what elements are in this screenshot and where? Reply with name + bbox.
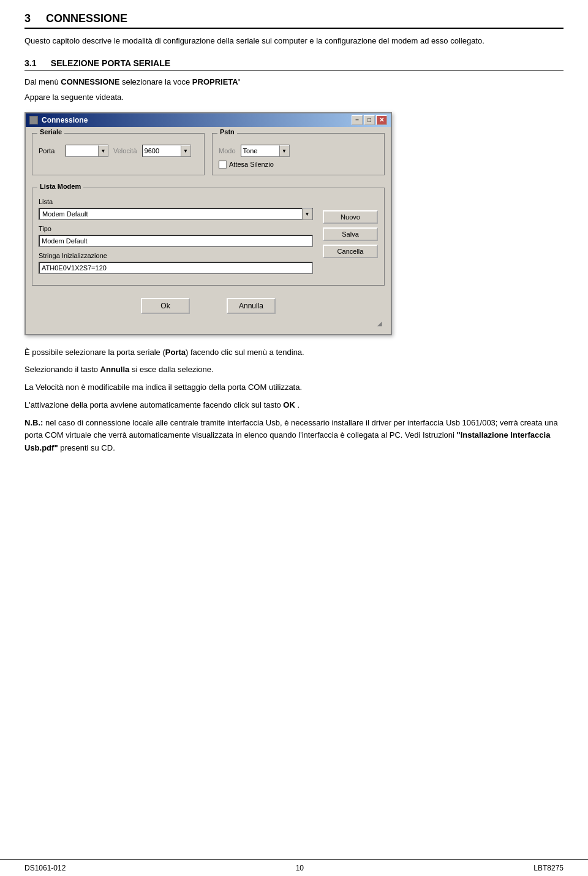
resize-handle: ◢ [32,319,385,328]
para-2-pre: Selezionando il tasto [24,365,100,374]
porta-label: Porta [39,147,61,154]
para-2: Selezionando il tasto Annulla si esce da… [24,364,564,376]
para-5-label: N.B.: [24,418,43,427]
pstn-legend: Pstn [217,128,237,135]
seriale-group: Seriale Porta ▼ Velocità 9600 ▼ [32,133,205,175]
section-subtext: Appare la seguente videata. [24,91,564,104]
modo-arrow[interactable]: ▼ [279,145,289,156]
para-1: È possibile selezionare la porta seriale… [24,346,564,359]
para-1-post: ) facendo clic sul menù a tendina. [186,348,304,357]
para-4-bold: OK [283,400,295,409]
bottom-buttons: Ok Annulla [32,292,385,319]
pstn-group: Pstn Modo Tone ▼ Attesa Silenzio [212,133,385,175]
lista-modem-inner: Lista Modem Default ▼ Tipo Modem Default… [39,193,378,279]
footer-right: LBT8275 [533,864,564,872]
stringa-input: ATH0E0V1X2S7=120 [39,262,313,274]
para-1-pre: È possibile selezionare la porta seriale… [24,348,165,357]
porta-row: Porta ▼ Velocità 9600 ▼ [39,145,198,157]
cancella-button[interactable]: Cancella [323,245,378,258]
para-5-end: presenti su CD. [58,443,115,452]
lista-modem-group: Lista Modem Lista Modem Default ▼ Tipo [32,188,385,286]
tipo-value: Modem Default [42,237,88,245]
tipo-input: Modem Default [39,235,313,247]
nuovo-button[interactable]: Nuovo [323,210,378,224]
salva-button[interactable]: Salva [323,227,378,241]
dialog-title-text: Connessione [42,116,88,124]
chapter-number: 3 [24,12,31,25]
right-modem: Nuovo Salva Cancella [323,198,378,279]
dialog-titlebar: Connessione – □ ✕ [26,113,391,127]
modo-combo[interactable]: Tone ▼ [241,145,290,157]
lista-arrow[interactable]: ▼ [302,208,312,219]
minimize-button[interactable]: – [352,115,363,125]
ok-button[interactable]: Ok [141,298,190,314]
tipo-label: Tipo [39,225,313,232]
modo-label: Modo [219,147,236,154]
section-title: SELEZIONE PORTA SERIALE [51,58,170,68]
para-4-post: . [295,400,300,409]
porta-combo[interactable]: ▼ [66,145,108,157]
para-5: N.B.: nel caso di connessione locale all… [24,417,564,455]
lista-label: Lista [39,198,313,205]
chapter-intro: Questo capitolo descrive le modalità di … [24,35,564,47]
restore-button[interactable]: □ [364,115,375,125]
para-4-pre: L'attivazione della porta avviene automa… [24,400,283,409]
chapter-heading: 3 CONNESSIONE [24,12,564,29]
section-intro-bold1: CONNESSIONE [61,77,119,86]
dialog-title-left: Connessione [29,116,88,124]
section-intro-bold2: PROPRIETA' [192,77,240,86]
modo-value: Tone [241,147,279,154]
lista-combo-row: Modem Default ▼ [39,208,313,220]
para-3: La Velocità non è modificabile ma indica… [24,381,564,394]
titlebar-buttons: – □ ✕ [352,115,387,125]
attesa-checkbox[interactable] [219,161,227,169]
chapter-title: CONNESSIONE [46,12,127,25]
modo-row: Modo Tone ▼ [219,145,378,157]
lista-combo-value: Modem Default [40,210,302,218]
resize-icon: ◢ [377,320,382,327]
stringa-value: ATH0E0V1X2S7=120 [42,264,107,272]
connessione-dialog: Connessione – □ ✕ Seriale Porta [24,112,392,335]
dialog-body: Seriale Porta ▼ Velocità 9600 ▼ [26,127,391,334]
footer-center: 10 [296,864,304,872]
annulla-button[interactable]: Annulla [227,298,276,314]
attesa-checkbox-row[interactable]: Attesa Silenzio [219,161,378,169]
dialog-wrapper: Connessione – □ ✕ Seriale Porta [24,112,564,335]
velocita-label: Velocità [113,147,137,154]
dialog-title-icon [29,116,38,124]
section-heading: 3.1 SELEZIONE PORTA SERIALE [24,58,564,71]
footer: DS1061-012 10 LBT8275 [0,859,588,876]
velocita-value: 9600 [143,147,181,154]
para-2-bold: Annulla [100,365,130,374]
lista-modem-legend: Lista Modem [37,183,83,190]
footer-left: DS1061-012 [24,864,66,872]
lista-combo[interactable]: Modem Default ▼ [39,208,313,220]
section-intro-pre: Dal menù [24,77,61,86]
porta-arrow[interactable]: ▼ [98,145,108,156]
para-4: L'attivazione della porta avviene automa… [24,399,564,412]
attesa-label: Attesa Silenzio [229,161,274,168]
para-2-post: si esce dalla selezione. [129,365,213,374]
section-intro: Dal menù CONNESSIONE selezionare la voce… [24,76,564,88]
section-number: 3.1 [24,58,36,68]
close-button[interactable]: ✕ [376,115,387,125]
section-intro-line2: selezionare la voce [119,77,192,86]
velocita-arrow[interactable]: ▼ [181,145,190,156]
left-modem: Lista Modem Default ▼ Tipo Modem Default… [39,198,313,279]
stringa-label: Stringa Inizializzazione [39,252,313,259]
seriale-legend: Seriale [37,128,64,135]
para-1-bold: Porta [165,348,186,357]
velocita-combo[interactable]: 9600 ▼ [142,145,191,157]
